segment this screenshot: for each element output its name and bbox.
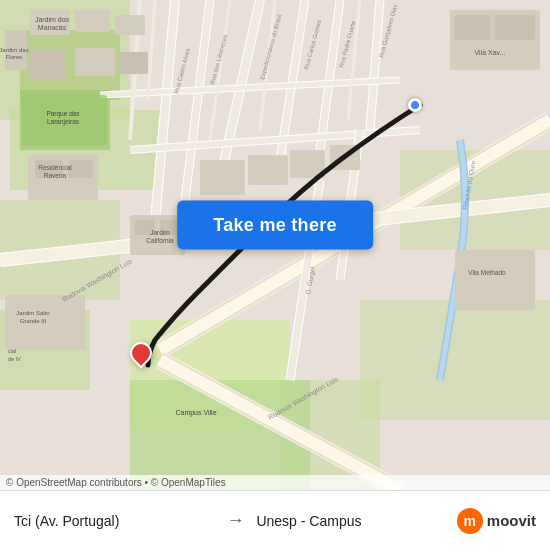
svg-text:Laranjeiras: Laranjeiras [47,118,80,126]
svg-text:Ravena: Ravena [44,172,67,179]
svg-text:Residencial: Residencial [38,164,72,171]
svg-rect-65 [495,15,535,40]
map-container: Jardim dos Manacás Jardim das Flores Par… [0,0,550,490]
svg-text:Flores: Flores [6,54,23,60]
moovit-symbol: m [464,513,476,529]
origin-marker [130,342,152,364]
svg-text:de IV: de IV [8,356,21,362]
svg-rect-46 [75,10,110,32]
origin-label: Tci (Av. Portugal) [14,513,214,529]
take-me-there-button[interactable]: Take me there [177,201,373,250]
svg-rect-50 [120,52,148,74]
moovit-icon: m [457,508,483,534]
svg-rect-64 [455,15,490,40]
svg-rect-66 [455,250,535,310]
svg-text:cial: cial [8,348,16,354]
svg-rect-59 [200,160,245,195]
svg-text:Manacás: Manacás [38,24,67,31]
svg-text:Califórnia: Califórnia [146,237,174,244]
svg-rect-8 [360,300,550,420]
bottom-bar: Tci (Av. Portugal) → Unesp - Campus m mo… [0,490,550,550]
attribution-text: © OpenStreetMap contributors • © OpenMap… [6,477,226,488]
arrow-icon: → [226,510,244,531]
destination-marker [408,98,422,112]
svg-text:Jardim das: Jardim das [0,47,29,53]
moovit-brand-text: moovit [487,512,536,529]
moovit-logo: m moovit [457,508,536,534]
svg-text:Parque das: Parque das [46,110,80,118]
svg-text:Jardim Salto: Jardim Salto [16,310,50,316]
svg-rect-60 [248,155,288,185]
svg-rect-47 [115,15,145,35]
svg-rect-49 [75,48,115,76]
svg-text:Grande III: Grande III [20,318,47,324]
svg-rect-48 [30,50,65,80]
svg-text:Jardim: Jardim [150,229,170,236]
svg-text:Jardim dos: Jardim dos [35,16,70,23]
svg-text:Vila Melhado: Vila Melhado [468,269,506,276]
svg-text:Vila Xav...: Vila Xav... [475,49,506,56]
map-attribution: © OpenStreetMap contributors • © OpenMap… [0,475,550,490]
destination-label: Unesp - Campus [256,513,456,529]
svg-text:Campus Ville: Campus Ville [175,409,216,417]
